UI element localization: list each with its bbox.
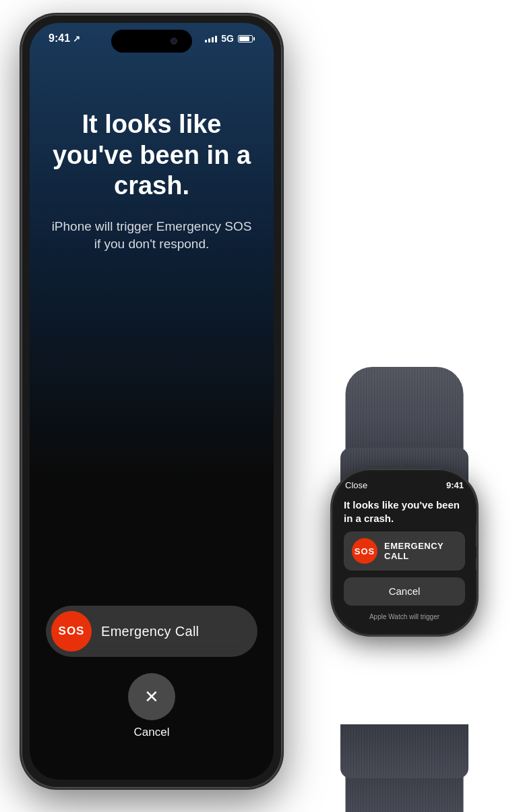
watch-band-bottom <box>340 724 468 778</box>
watch-content: It looks like you've been in a crash. SO… <box>334 494 475 633</box>
cancel-button[interactable]: ✕ <box>128 673 175 720</box>
iphone-bottom-section: SOS Emergency Call ✕ Cancel <box>38 606 266 739</box>
watch-sos-circle: SOS <box>352 538 377 564</box>
iphone-screen: 9:41 ↗ 5G <box>30 23 274 780</box>
sos-emergency-slider[interactable]: SOS Emergency Call <box>46 606 257 657</box>
watch-sos-button[interactable]: SOS EMERGENCY CALL <box>344 531 465 571</box>
watch-body: Close 9:41 It looks like you've been in … <box>330 468 479 637</box>
network-type: 5G <box>221 33 234 44</box>
emergency-call-label: Emergency Call <box>101 624 199 639</box>
dynamic-island <box>111 30 192 53</box>
watch-close-button[interactable]: Close <box>345 480 367 490</box>
status-right-icons: 5G <box>205 33 255 44</box>
watch-side-button[interactable] <box>476 557 479 571</box>
watch-trigger-text: Apple Watch will trigger <box>344 612 465 621</box>
battery-icon <box>238 35 255 42</box>
status-time: 9:41 ↗ <box>49 32 80 45</box>
watch-emergency-call-text: EMERGENCY CALL <box>384 541 444 561</box>
cancel-button-wrap: ✕ Cancel <box>128 673 175 739</box>
watch-screen: Close 9:41 It looks like you've been in … <box>334 472 475 633</box>
watch-time: 9:41 <box>446 480 464 490</box>
watch-status-bar: Close 9:41 <box>334 472 475 494</box>
crash-title: It looks like you've been in a crash. <box>50 109 253 202</box>
watch-emergency-line2: CALL <box>384 551 444 561</box>
watch-crown[interactable] <box>476 523 479 548</box>
watch-crash-title: It looks like you've been in a crash. <box>344 498 465 525</box>
watch-cancel-label: Cancel <box>389 585 421 597</box>
cancel-x-icon: ✕ <box>144 688 159 705</box>
iphone-device: 9:41 ↗ 5G <box>20 13 283 789</box>
crash-subtitle: iPhone will trigger Emergency SOS if you… <box>50 218 253 254</box>
apple-watch-device: Close 9:41 It looks like you've been in … <box>303 448 506 778</box>
sos-label: SOS <box>59 625 85 638</box>
sos-circle-button[interactable]: SOS <box>51 611 92 651</box>
watch-emergency-line1: EMERGENCY <box>384 541 444 551</box>
signal-bars-icon <box>205 34 217 42</box>
cancel-label: Cancel <box>134 726 170 739</box>
time-display: 9:41 <box>49 32 70 45</box>
front-camera <box>171 38 177 45</box>
scene: 9:41 ↗ 5G <box>0 0 519 812</box>
location-arrow-icon: ↗ <box>73 34 80 44</box>
watch-sos-label: SOS <box>355 546 375 556</box>
watch-cancel-button[interactable]: Cancel <box>344 577 465 606</box>
